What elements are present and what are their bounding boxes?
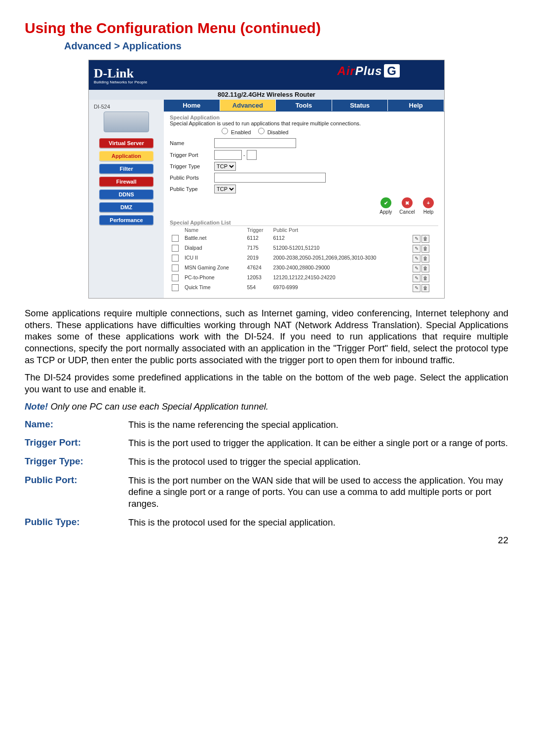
def-term-trigger-port: Trigger Port: — [25, 437, 128, 449]
disabled-radio[interactable] — [258, 128, 265, 134]
paragraph-2: The DI-524 provides some predefined appl… — [25, 372, 508, 395]
cell-public: 12120,12122,24150-24220 — [271, 273, 410, 283]
edit-icon[interactable]: ✎ — [413, 274, 420, 282]
trigger-port-start-input[interactable] — [214, 150, 242, 160]
delete-icon[interactable]: 🗑 — [421, 235, 429, 243]
help-button[interactable]: + — [423, 197, 434, 208]
def-term-name: Name: — [25, 419, 128, 431]
table-row: ICU II20192000-2038,2050-2051,2069,2085,… — [170, 254, 438, 264]
sidebar-item-application[interactable]: Application — [99, 151, 153, 161]
name-input[interactable] — [214, 138, 296, 148]
tab-tools[interactable]: Tools — [276, 100, 332, 111]
row-checkbox[interactable] — [172, 284, 179, 291]
tab-status[interactable]: Status — [332, 100, 388, 111]
edit-icon[interactable]: ✎ — [413, 255, 420, 263]
delete-icon[interactable]: 🗑 — [421, 265, 429, 272]
row-checkbox[interactable] — [172, 245, 179, 252]
tab-help[interactable]: Help — [388, 100, 444, 111]
cell-trigger: 12053 — [245, 273, 271, 283]
trigger-port-label: Trigger Port — [170, 152, 214, 158]
cell-public: 51200-51201,51210 — [271, 244, 410, 254]
cell-public: 6970-6999 — [271, 283, 410, 293]
model-label: DI-524 — [94, 104, 161, 110]
paragraph-1: Some applications require multiple conne… — [25, 307, 508, 366]
trigger-port-end-input[interactable] — [247, 150, 257, 160]
cell-public: 6112 — [271, 234, 410, 244]
table-row: PC-to-Phone1205312120,12122,24150-24220✎… — [170, 273, 438, 283]
delete-icon[interactable]: 🗑 — [421, 274, 429, 282]
app-list-table: Name Trigger Public Port Battle.net61126… — [170, 226, 438, 293]
def-text-name: This is the name referencing the special… — [128, 419, 339, 431]
help-label: Help — [423, 209, 434, 215]
tab-bar: Home Advanced Tools Status Help — [164, 100, 444, 112]
table-row: Dialpad717551200-51201,51210✎🗑 — [170, 244, 438, 254]
action-bar: ✔Apply ✖Cancel +Help — [170, 197, 438, 215]
delete-icon[interactable]: 🗑 — [421, 255, 429, 263]
cell-trigger: 7175 — [245, 244, 271, 254]
cell-name: ICU II — [183, 254, 245, 264]
breadcrumb: Advanced > Applications — [64, 40, 508, 52]
public-type-select[interactable]: TCP — [214, 185, 236, 193]
public-ports-input[interactable] — [214, 173, 326, 183]
def-text-trigger-port: This is the port used to trigger the app… — [128, 437, 508, 449]
sidebar-item-performance[interactable]: Performance — [99, 215, 153, 225]
tab-home[interactable]: Home — [164, 100, 220, 111]
sidebar-item-dmz[interactable]: DMZ — [99, 202, 153, 212]
disabled-label: Disabled — [267, 129, 289, 135]
def-text-trigger-type: This is the protocol used to trigger the… — [128, 456, 361, 468]
section-heading: Special Application — [170, 114, 438, 120]
tab-advanced[interactable]: Advanced — [220, 100, 276, 111]
dlink-tagline: Building Networks for People — [94, 80, 147, 84]
trigger-type-label: Trigger Type — [170, 163, 214, 169]
cell-trigger: 554 — [245, 283, 271, 293]
cell-name: PC-to-Phone — [183, 273, 245, 283]
cancel-label: Cancel — [399, 209, 415, 215]
router-subtitle: 802.11g/2.4GHz Wireless Router — [89, 90, 444, 100]
def-term-trigger-type: Trigger Type: — [25, 456, 128, 468]
delete-icon[interactable]: 🗑 — [421, 245, 429, 253]
def-text-public-port: This is the port number on the WAN side … — [128, 475, 508, 510]
cell-name: Battle.net — [183, 234, 245, 244]
note-line: Note! Only one PC can use each Special A… — [25, 401, 508, 412]
row-checkbox[interactable] — [172, 235, 179, 242]
cell-trigger: 6112 — [245, 234, 271, 244]
apply-button[interactable]: ✔ — [381, 197, 391, 208]
note-prefix: Note! — [25, 401, 48, 412]
sidebar: DI-524 Virtual Server Application Filter… — [89, 100, 164, 298]
edit-icon[interactable]: ✎ — [413, 235, 420, 243]
router-banner: D-Link Building Networks for People AirP… — [89, 60, 444, 90]
def-term-public-type: Public Type: — [25, 517, 128, 529]
row-checkbox[interactable] — [172, 255, 179, 262]
delete-icon[interactable]: 🗑 — [421, 284, 429, 292]
cell-public: 2300-2400,28800-29000 — [271, 264, 410, 273]
row-checkbox[interactable] — [172, 265, 179, 271]
dlink-logo: D-Link — [94, 67, 147, 80]
def-text-public-type: This is the protocol used for the specia… — [128, 517, 336, 529]
def-term-public-port: Public Port: — [25, 475, 128, 510]
airplus-logo: AirPlusG — [337, 64, 400, 78]
cell-name: Quick Time — [183, 283, 245, 293]
col-name: Name — [183, 226, 245, 234]
sidebar-item-virtual-server[interactable]: Virtual Server — [99, 138, 153, 148]
page-number: 22 — [25, 535, 508, 546]
sidebar-item-ddns[interactable]: DDNS — [99, 189, 153, 199]
table-row: MSN Gaming Zone476242300-2400,28800-2900… — [170, 264, 438, 273]
cell-trigger: 47624 — [245, 264, 271, 273]
cell-name: Dialpad — [183, 244, 245, 254]
app-list-heading: Special Application List — [170, 220, 438, 226]
router-image — [104, 112, 149, 132]
name-label: Name — [170, 140, 214, 146]
sidebar-item-firewall[interactable]: Firewall — [99, 177, 153, 187]
edit-icon[interactable]: ✎ — [413, 245, 420, 253]
edit-icon[interactable]: ✎ — [413, 265, 420, 272]
cell-public: 2000-2038,2050-2051,2069,2085,3010-3030 — [271, 254, 410, 264]
trigger-type-select[interactable]: TCP — [214, 162, 236, 171]
public-type-label: Public Type — [170, 186, 214, 192]
enabled-radio[interactable] — [222, 128, 228, 134]
row-checkbox[interactable] — [172, 274, 179, 281]
edit-icon[interactable]: ✎ — [413, 284, 420, 292]
sidebar-item-filter[interactable]: Filter — [99, 164, 153, 174]
doc-title: Using the Configuration Menu (continued) — [25, 20, 508, 37]
cancel-button[interactable]: ✖ — [402, 197, 413, 208]
public-ports-label: Public Ports — [170, 175, 214, 181]
